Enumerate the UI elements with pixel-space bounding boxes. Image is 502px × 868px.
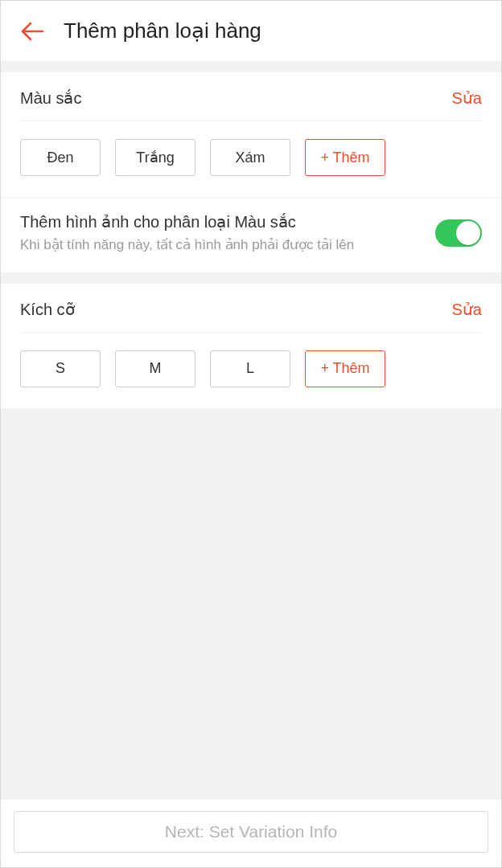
color-chip-black[interactable]: Đen [20,139,101,176]
section-size: Kích cỡ Sửa S M L + Thêm [1,284,501,408]
page-title: Thêm phân loại hàng [64,18,261,43]
section-color-title: Màu sắc [20,88,81,108]
section-gap [1,272,501,284]
size-chip-l[interactable]: L [210,350,290,387]
content-spacer [1,408,501,800]
toggle-knob [456,221,480,245]
add-size-button[interactable]: + Thêm [305,350,385,387]
section-color: Màu sắc Sửa Đen Trắng Xám + Thêm Thêm hì… [1,72,501,272]
footer-bar: Next: Set Variation Info [1,800,501,867]
color-chip-grey[interactable]: Xám [210,139,290,176]
add-color-button[interactable]: + Thêm [305,139,385,176]
next-button[interactable]: Next: Set Variation Info [14,811,488,853]
section-size-title: Kích cỡ [20,300,75,319]
image-toggle-subtitle: Khi bật tính năng này, tất cả hình ảnh p… [20,236,422,255]
image-toggle-text: Thêm hình ảnh cho phân loại Màu sắc Khi … [20,212,422,255]
color-chip-white[interactable]: Trắng [115,139,195,176]
edit-size-button[interactable]: Sửa [452,300,482,319]
header-bar: Thêm phân loại hàng [1,1,501,61]
size-chip-row: S M L + Thêm [1,333,501,408]
image-toggle-switch[interactable] [435,219,482,247]
size-chip-m[interactable]: M [115,350,195,387]
section-gap [1,61,501,72]
edit-color-button[interactable]: Sửa [452,88,482,108]
section-color-header: Màu sắc Sửa [1,72,501,121]
app-frame: Thêm phân loại hàng Màu sắc Sửa Đen Trắn… [0,0,502,868]
color-chip-row: Đen Trắng Xám + Thêm [1,121,501,197]
size-chip-s[interactable]: S [20,350,101,387]
back-arrow-icon[interactable] [20,22,44,41]
section-size-header: Kích cỡ Sửa [1,284,501,332]
image-toggle-title: Thêm hình ảnh cho phân loại Màu sắc [20,212,422,231]
image-toggle-row: Thêm hình ảnh cho phân loại Màu sắc Khi … [1,197,501,272]
